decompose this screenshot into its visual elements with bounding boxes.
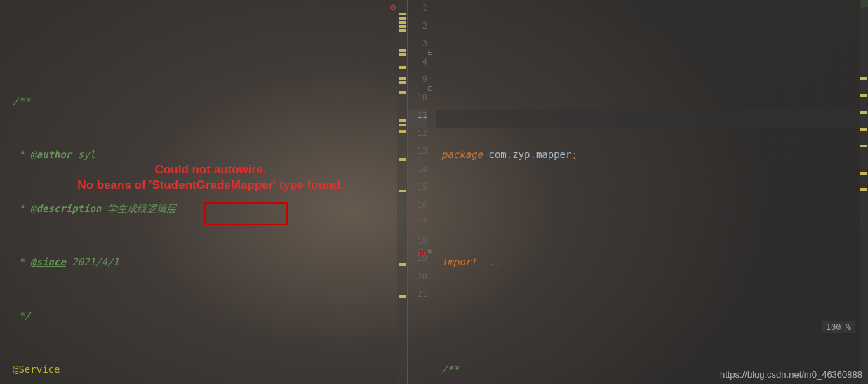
- code-area-right[interactable]: ⊟ ⊟ ⊟ 🐞 package com.zyp.mapper; import .…: [436, 0, 868, 384]
- javadoc-open: /**: [13, 95, 30, 107]
- gutter-left: [0, 0, 7, 384]
- editor-pane-right[interactable]: 1 2 3 4 9 10 11 12 13 14 15 16 17 18 19 …: [408, 0, 868, 384]
- fold-icon[interactable]: ⊟: [428, 44, 432, 62]
- fold-icon[interactable]: ⊟: [428, 79, 432, 98]
- error-message: Could not autowire.No beans of 'StudentG…: [35, 162, 386, 193]
- error-indicator-icon[interactable]: ⊘: [390, 1, 400, 11]
- javadoc-open: /**: [441, 364, 459, 375]
- import-fold[interactable]: ...: [483, 256, 500, 267]
- implementation-icon[interactable]: 🐞: [416, 244, 427, 263]
- author-tag: @author: [30, 149, 72, 160]
- editor-pane-left[interactable]: /** * @author syl * @description 学生成绩逻辑层…: [0, 0, 407, 384]
- marker-strip-right[interactable]: [860, 0, 868, 384]
- javadoc-close: */: [13, 310, 30, 322]
- marker-strip-left[interactable]: ⊘: [397, 0, 407, 384]
- package-name: com.zyp.mapper: [488, 149, 571, 160]
- watermark: https://blog.csdn.net/m0_46360888: [720, 369, 862, 380]
- fold-icon[interactable]: ⊟: [428, 241, 432, 260]
- code-area-left[interactable]: /** * @author syl * @description 学生成绩逻辑层…: [7, 0, 407, 384]
- since-tag: @since: [30, 256, 66, 267]
- service-annotation: @Service: [13, 364, 60, 375]
- description-tag: @description: [30, 203, 101, 214]
- zoom-level-badge[interactable]: 100 %: [822, 321, 855, 333]
